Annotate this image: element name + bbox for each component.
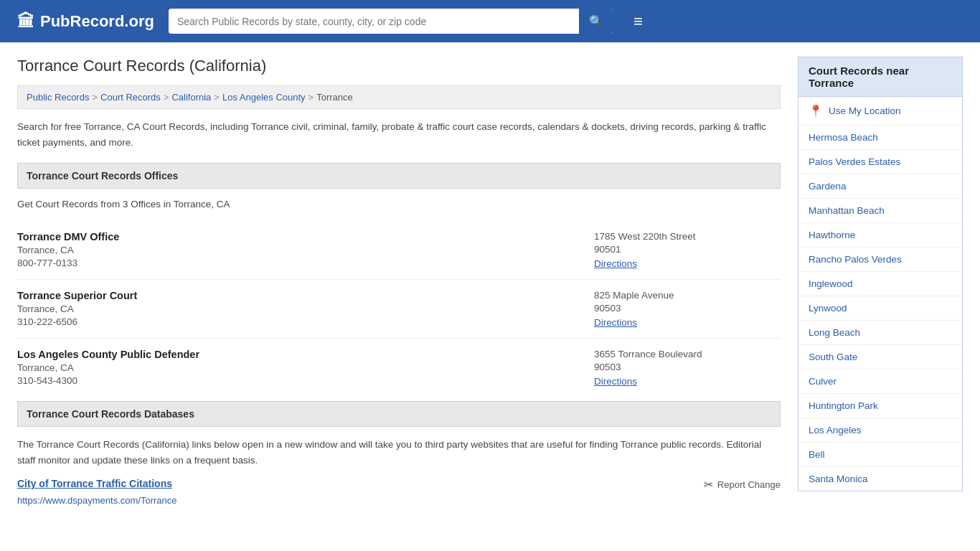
- office-phone-dmv: 800-777-0133: [17, 258, 594, 268]
- breadcrumb-item-court-records[interactable]: Court Records: [100, 92, 161, 103]
- location-pin-icon: 📍: [809, 104, 823, 118]
- menu-button[interactable]: ≡: [628, 11, 649, 32]
- breadcrumb-sep-1: >: [92, 92, 98, 103]
- search-icon: 🔍: [589, 15, 603, 27]
- sidebar-item-culver[interactable]: Culver: [798, 369, 962, 394]
- office-card-defender: Los Angeles County Public Defender Torra…: [17, 339, 781, 397]
- search-bar: 🔍: [169, 9, 613, 34]
- breadcrumb-sep-3: >: [214, 92, 220, 103]
- databases-description: The Torrance Court Records (California) …: [17, 437, 781, 468]
- directions-link-dmv[interactable]: Directions: [594, 258, 637, 269]
- office-name-defender: Los Angeles County Public Defender: [17, 349, 594, 360]
- office-address-dmv: 1785 West 220th Street: [594, 231, 781, 242]
- site-header: 🏛 PubRecord.org 🔍 ≡: [0, 0, 980, 42]
- sidebar-item-south-gate[interactable]: South Gate: [798, 345, 962, 369]
- breadcrumb-sep-4: >: [308, 92, 314, 103]
- office-zip-dmv: 90501: [594, 244, 781, 255]
- office-address-superior: 825 Maple Avenue: [594, 290, 781, 301]
- office-left-defender: Los Angeles County Public Defender Torra…: [17, 349, 594, 387]
- office-left-superior: Torrance Superior Court Torrance, CA 310…: [17, 290, 594, 328]
- search-input[interactable]: [169, 10, 579, 33]
- databases-section: Torrance Court Records Databases The Tor…: [17, 401, 781, 506]
- report-icon: ✂: [704, 478, 713, 491]
- breadcrumb-item-public-records[interactable]: Public Records: [27, 92, 89, 103]
- directions-link-superior[interactable]: Directions: [594, 317, 637, 328]
- sidebar-item-palos-verdes[interactable]: Palos Verdes Estates: [798, 150, 962, 174]
- sidebar-header: Court Records near Torrance: [798, 57, 963, 97]
- office-card-dmv: Torrance DMV Office Torrance, CA 800-777…: [17, 221, 781, 280]
- sidebar-item-manhattan-beach[interactable]: Manhattan Beach: [798, 199, 962, 223]
- sidebar-item-bell[interactable]: Bell: [798, 443, 962, 467]
- logo-text: PubRecord.org: [40, 12, 154, 31]
- hamburger-icon: ≡: [633, 12, 643, 30]
- office-right-superior: 825 Maple Avenue 90503 Directions: [594, 290, 781, 328]
- search-button[interactable]: 🔍: [579, 9, 613, 34]
- offices-count: Get Court Records from 3 Offices in Torr…: [17, 199, 781, 209]
- office-name-dmv: Torrance DMV Office: [17, 231, 594, 242]
- office-city-superior: Torrance, CA: [17, 303, 594, 314]
- office-phone-superior: 310-222-6506: [17, 316, 594, 327]
- office-name-superior: Torrance Superior Court: [17, 290, 594, 301]
- breadcrumb-sep-2: >: [164, 92, 169, 103]
- office-phone-defender: 310-543-4300: [17, 375, 594, 386]
- report-change-label: Report Change: [717, 479, 781, 490]
- use-location-label: Use My Location: [829, 105, 901, 116]
- site-logo[interactable]: 🏛 PubRecord.org: [17, 11, 154, 32]
- breadcrumb-item-la-county[interactable]: Los Angeles County: [222, 92, 306, 103]
- offices-section: Torrance Court Records Offices Get Court…: [17, 163, 781, 397]
- sidebar: Court Records near Torrance 📍 Use My Loc…: [798, 57, 963, 506]
- offices-section-header: Torrance Court Records Offices: [17, 163, 781, 189]
- office-zip-superior: 90503: [594, 303, 781, 314]
- databases-section-header: Torrance Court Records Databases: [17, 401, 781, 427]
- sidebar-item-los-angeles[interactable]: Los Angeles: [798, 418, 962, 443]
- office-right-defender: 3655 Torrance Boulevard 90503 Directions: [594, 349, 781, 387]
- office-right-dmv: 1785 West 220th Street 90501 Directions: [594, 231, 781, 269]
- db-link-traffic[interactable]: City of Torrance Traffic Citations: [17, 478, 172, 489]
- page-title: Torrance Court Records (California): [17, 57, 781, 75]
- building-icon: 🏛: [17, 11, 34, 32]
- report-change-button[interactable]: ✂ Report Change: [704, 478, 781, 491]
- sidebar-item-gardena[interactable]: Gardena: [798, 174, 962, 199]
- page-description: Search for free Torrance, CA Court Recor…: [17, 119, 781, 150]
- sidebar-item-santa-monica[interactable]: Santa Monica: [798, 467, 962, 491]
- sidebar-item-lynwood[interactable]: Lynwood: [798, 296, 962, 321]
- breadcrumb-item-torrance: Torrance: [316, 92, 353, 103]
- office-zip-defender: 90503: [594, 362, 781, 372]
- directions-link-defender[interactable]: Directions: [594, 376, 637, 387]
- office-city-dmv: Torrance, CA: [17, 245, 594, 255]
- main-content: Torrance Court Records (California) Publ…: [17, 57, 781, 506]
- office-card-superior: Torrance Superior Court Torrance, CA 310…: [17, 280, 781, 339]
- sidebar-item-rancho-palos-verdes[interactable]: Rancho Palos Verdes: [798, 248, 962, 272]
- breadcrumb-item-california[interactable]: California: [171, 92, 211, 103]
- db-link-row: City of Torrance Traffic Citations ✂ Rep…: [17, 478, 781, 491]
- office-city-defender: Torrance, CA: [17, 362, 594, 373]
- sidebar-item-long-beach[interactable]: Long Beach: [798, 321, 962, 345]
- sidebar-nearby-list: Hermosa Beach Palos Verdes Estates Garde…: [798, 126, 963, 491]
- office-address-defender: 3655 Torrance Boulevard: [594, 349, 781, 359]
- sidebar-item-huntington-park[interactable]: Huntington Park: [798, 394, 962, 418]
- sidebar-item-hermosa-beach[interactable]: Hermosa Beach: [798, 126, 962, 150]
- office-left-dmv: Torrance DMV Office Torrance, CA 800-777…: [17, 231, 594, 269]
- use-location-button[interactable]: 📍 Use My Location: [798, 97, 963, 126]
- sidebar-item-inglewood[interactable]: Inglewood: [798, 272, 962, 296]
- sidebar-item-hawthorne[interactable]: Hawthorne: [798, 223, 962, 248]
- db-url[interactable]: https://www.dspayments.com/Torrance: [17, 495, 177, 506]
- breadcrumb: Public Records > Court Records > Califor…: [17, 85, 781, 109]
- page-container: Torrance Court Records (California) Publ…: [0, 42, 980, 520]
